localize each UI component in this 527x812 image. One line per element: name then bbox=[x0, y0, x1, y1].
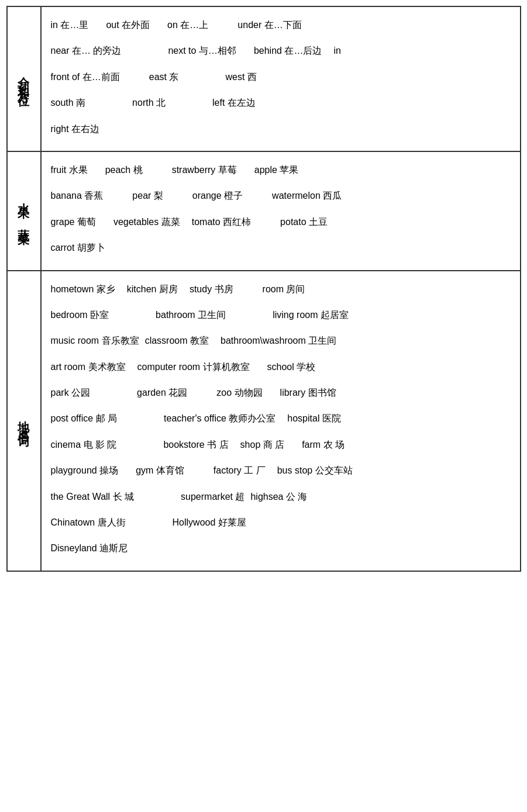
content-line: banana 香蕉pear 梨orange 橙子watermelon 西瓜 bbox=[51, 185, 511, 207]
entry: school 学校 bbox=[267, 356, 316, 378]
category-cell: 水果；蔬菜 bbox=[7, 151, 41, 271]
entry: fruit 水果 bbox=[51, 159, 88, 181]
content-line: art room 美术教室computer room 计算机教室school 学… bbox=[51, 356, 511, 378]
entry: music room 音乐教室 bbox=[51, 330, 139, 352]
entry: classroom 教室 bbox=[145, 330, 209, 352]
entry: tomato 西红柿 bbox=[192, 211, 251, 233]
entry: Chinatown 唐人街 bbox=[51, 512, 126, 534]
entry: right 在右边 bbox=[51, 118, 100, 140]
entry: cinema 电 影 院 bbox=[51, 434, 117, 456]
table-row: 地点名词hometown 家乡kitchen 厨房study 书房room 房间… bbox=[7, 271, 521, 571]
entry: pear 梨 bbox=[132, 185, 163, 207]
content-line: south 南north 北left 在左边 bbox=[51, 92, 511, 114]
entry: carrot 胡萝卜 bbox=[51, 237, 105, 259]
entry: next to 与…相邻 bbox=[168, 40, 236, 62]
entry: garden 花园 bbox=[137, 382, 187, 404]
entry: strawberry 草莓 bbox=[172, 159, 237, 181]
entry: in 在…里 bbox=[51, 14, 89, 36]
entry: banana 香蕉 bbox=[51, 185, 104, 207]
content-line: near 在… 的旁边next to 与…相邻behind 在…后边in bbox=[51, 40, 511, 62]
content-cell: fruit 水果peach 桃strawberry 草莓apple 苹果bana… bbox=[41, 151, 521, 271]
entry: post office 邮 局 bbox=[51, 407, 118, 430]
category-cell: 介词和方位 bbox=[7, 6, 41, 151]
entry: Disneyland 迪斯尼 bbox=[51, 537, 128, 559]
entry: teacher's office 教师办公室 bbox=[164, 407, 275, 430]
entry: out 在外面 bbox=[106, 14, 150, 36]
entry: vegetables 蔬菜 bbox=[113, 211, 180, 233]
content-cell: in 在…里out 在外面on 在…上under 在…下面near 在… 的旁边… bbox=[41, 6, 521, 151]
content-cell: hometown 家乡kitchen 厨房study 书房room 房间bedr… bbox=[41, 271, 521, 571]
entry: room 房间 bbox=[263, 278, 305, 300]
entry: playground 操场 bbox=[51, 459, 119, 482]
content-line: post office 邮 局teacher's office 教师办公室hos… bbox=[51, 407, 511, 430]
entry: west 西 bbox=[225, 66, 256, 88]
entry: potato 土豆 bbox=[280, 211, 328, 233]
entry: in bbox=[333, 40, 340, 62]
entry: bathroom 卫生间 bbox=[156, 304, 226, 326]
entry: on 在…上 bbox=[167, 14, 208, 36]
content-line: fruit 水果peach 桃strawberry 草莓apple 苹果 bbox=[51, 159, 511, 181]
entry: peach 桃 bbox=[105, 159, 143, 181]
table-row: 介词和方位in 在…里out 在外面on 在…上under 在…下面near 在… bbox=[7, 6, 521, 151]
entry: supermarket 超 bbox=[181, 486, 244, 508]
content-line: Disneyland 迪斯尼 bbox=[51, 537, 511, 559]
entry: library 图书馆 bbox=[280, 382, 336, 404]
entry: living room 起居室 bbox=[273, 304, 349, 326]
entry: bus stop 公交车站 bbox=[277, 459, 353, 482]
entry: watermelon 西瓜 bbox=[272, 185, 342, 207]
entry: kitchen 厨房 bbox=[127, 278, 178, 300]
content-line: Chinatown 唐人街Hollywood 好莱屋 bbox=[51, 512, 511, 534]
entry: south 南 bbox=[51, 92, 86, 114]
entry: left 在左边 bbox=[212, 92, 256, 114]
entry: zoo 动物园 bbox=[216, 382, 262, 404]
entry: gym 体育馆 bbox=[136, 459, 184, 482]
entry: apple 苹果 bbox=[254, 159, 299, 181]
content-line: in 在…里out 在外面on 在…上under 在…下面 bbox=[51, 14, 511, 36]
entry: study 书房 bbox=[190, 278, 233, 300]
entry: Hollywood 好莱屋 bbox=[173, 512, 246, 534]
content-line: right 在右边 bbox=[51, 118, 511, 140]
entry: east 东 bbox=[149, 66, 179, 88]
vocabulary-table: 介词和方位in 在…里out 在外面on 在…上under 在…下面near 在… bbox=[6, 6, 521, 572]
entry: shop 商 店 bbox=[240, 434, 285, 456]
entry: under 在…下面 bbox=[237, 14, 301, 36]
entry: hometown 家乡 bbox=[51, 278, 115, 300]
content-line: the Great Wall 长 城supermarket 超highsea 公… bbox=[51, 486, 511, 508]
entry: art room 美术教室 bbox=[51, 356, 126, 378]
entry: bookstore 书 店 bbox=[163, 434, 228, 456]
content-line: playground 操场gym 体育馆factory 工 厂bus stop … bbox=[51, 459, 511, 482]
content-line: park 公园garden 花园zoo 动物园library 图书馆 bbox=[51, 382, 511, 404]
content-line: cinema 电 影 院bookstore 书 店shop 商 店farm 农 … bbox=[51, 434, 511, 456]
entry: park 公园 bbox=[51, 382, 91, 404]
entry: front of 在…前面 bbox=[51, 66, 120, 88]
entry: grape 葡萄 bbox=[51, 211, 96, 233]
entry: the Great Wall 长 城 bbox=[51, 486, 135, 508]
entry: farm 农 场 bbox=[302, 434, 345, 456]
content-line: grape 葡萄vegetables 蔬菜tomato 西红柿potato 土豆 bbox=[51, 211, 511, 233]
entry: near 在… 的旁边 bbox=[51, 40, 122, 62]
entry: north 北 bbox=[132, 92, 166, 114]
entry: computer room 计算机教室 bbox=[137, 356, 250, 378]
content-line: hometown 家乡kitchen 厨房study 书房room 房间 bbox=[51, 278, 511, 300]
entry: bathroom\washroom 卫生间 bbox=[221, 330, 336, 352]
content-line: front of 在…前面east 东west 西 bbox=[51, 66, 511, 88]
entry: highsea 公 海 bbox=[250, 486, 307, 508]
category-cell: 地点名词 bbox=[7, 271, 41, 571]
entry: behind 在…后边 bbox=[254, 40, 322, 62]
content-line: bedroom 卧室bathroom 卫生间living room 起居室 bbox=[51, 304, 511, 326]
entry: bedroom 卧室 bbox=[51, 304, 109, 326]
entry: hospital 医院 bbox=[287, 407, 341, 430]
content-line: carrot 胡萝卜 bbox=[51, 237, 511, 259]
entry: orange 橙子 bbox=[192, 185, 243, 207]
content-line: music room 音乐教室classroom 教室bathroom\wash… bbox=[51, 330, 511, 352]
table-row: 水果；蔬菜fruit 水果peach 桃strawberry 草莓apple 苹… bbox=[7, 151, 521, 271]
entry: factory 工 厂 bbox=[213, 459, 266, 482]
